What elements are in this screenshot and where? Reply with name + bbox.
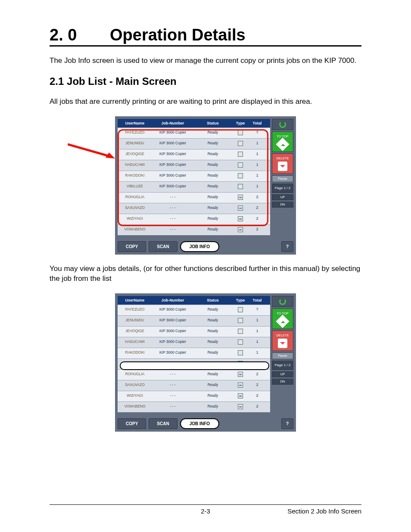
cell-jobnumber: KIP 3000 Copier xyxy=(152,348,193,358)
dn-button[interactable]: DN xyxy=(272,379,293,385)
help-button[interactable]: ? xyxy=(281,241,293,252)
cell-type xyxy=(232,391,249,401)
cell-total: 1 xyxy=(249,348,266,358)
up-button[interactable]: UP xyxy=(272,194,293,200)
col-status: Status xyxy=(193,119,232,128)
tab-scan[interactable]: SCAN xyxy=(149,241,177,252)
cell-total: 1 xyxy=(249,327,266,337)
table-row[interactable]: HADUCAWIKIP 3000 CopierReady1 xyxy=(118,337,270,348)
table-row[interactable]: JEVOQIGEKIP 3000 CopierReady1 xyxy=(118,326,270,337)
cell-type xyxy=(232,402,249,412)
table-row[interactable]: ROHUGLIA- - -Ready2 xyxy=(118,369,270,380)
cell-status: Ready xyxy=(193,160,232,171)
table-row[interactable]: RAKODOKIKIP 3000 CopierReady1 xyxy=(118,171,270,181)
cell-type xyxy=(232,327,249,337)
cell-jobnumber: - - - xyxy=(152,380,193,391)
delete-button[interactable]: DELETE xyxy=(272,330,293,351)
refresh-icon xyxy=(279,121,286,128)
tab-jobinfo-label: JOB INFO xyxy=(190,421,210,426)
cell-status: Ready xyxy=(193,327,232,337)
cell-jobnumber: KIP 3000 Copier xyxy=(152,149,193,160)
table-row[interactable]: SAXUVAZO- - -Ready2 xyxy=(118,203,270,214)
cell-jobnumber: KIP 3000 Copier xyxy=(152,316,193,326)
printer-icon xyxy=(238,404,243,409)
cell-username: VOMABENO xyxy=(118,225,152,235)
table-row[interactable]: VIBILUZEKIP 3000 CopierReady1 xyxy=(118,358,270,369)
dn-label: DN xyxy=(280,380,285,383)
to-top-button[interactable]: TO TOP xyxy=(272,308,293,329)
refresh-icon xyxy=(279,298,286,305)
delete-button[interactable]: DELETE xyxy=(272,153,293,174)
printer-icon xyxy=(238,195,243,200)
svg-marker-1 xyxy=(106,152,115,159)
table-row[interactable]: PAYEZUZOKIP 3000 CopierReady? xyxy=(118,305,270,315)
cell-username: RAKODOKI xyxy=(118,348,152,358)
refresh-button[interactable] xyxy=(272,296,293,307)
cell-username: HADUCAWI xyxy=(118,337,152,348)
refresh-button[interactable] xyxy=(272,119,293,130)
printer-icon xyxy=(238,205,243,211)
cell-username: VIBILUZE xyxy=(118,359,152,369)
tab-scan[interactable]: SCAN xyxy=(149,418,177,429)
section-label: Section 2 Job Info Screen xyxy=(287,507,361,515)
table-row[interactable]: WIZIYAGI- - -Ready2 xyxy=(118,391,270,401)
delete-icon xyxy=(278,339,287,348)
cell-total: 1 xyxy=(249,149,266,160)
table-row[interactable]: JENUNIDUKIP 3000 CopierReady1 xyxy=(118,138,270,149)
cell-total: 1 xyxy=(249,337,266,348)
table-row[interactable]: JEVOQIGEKIP 3000 CopierReady1 xyxy=(118,149,270,160)
cell-jobnumber: - - - xyxy=(152,370,193,380)
up-button[interactable]: UP xyxy=(272,371,293,377)
table-row[interactable]: VIBILUZEKIP 3000 CopierReady1 xyxy=(118,181,270,192)
select-paragraph: You may view a jobs details, (or for oth… xyxy=(50,264,361,284)
tab-jobinfo[interactable]: JOB INFO xyxy=(180,418,219,429)
table-row[interactable]: HADUCAWIKIP 3000 CopierReady1 xyxy=(118,160,270,171)
cell-jobnumber: - - - xyxy=(152,391,193,401)
document-icon xyxy=(238,350,243,355)
cell-total: ? xyxy=(249,305,266,315)
cell-status: Ready xyxy=(193,391,232,401)
cell-jobnumber: KIP 3000 Copier xyxy=(152,171,193,181)
tab-jobinfo[interactable]: JOB INFO xyxy=(180,241,219,252)
cell-total: 2 xyxy=(249,402,266,412)
table-row[interactable]: VOMABENO- - -Ready2 xyxy=(118,401,270,412)
pause-button[interactable]: Pause xyxy=(272,175,293,182)
cell-status: Ready xyxy=(193,359,232,369)
cell-jobnumber: - - - xyxy=(152,402,193,412)
pause-button[interactable]: Pause xyxy=(272,352,293,359)
tab-scan-label: SCAN xyxy=(157,421,169,426)
tab-copy[interactable]: COPY xyxy=(118,241,146,252)
page-number: 2-3 xyxy=(201,507,210,515)
col-jobnumber: Job-Number xyxy=(152,296,193,305)
table-row[interactable]: JENUNIDUKIP 3000 CopierReady1 xyxy=(118,315,270,326)
up-label: UP xyxy=(280,195,285,199)
cell-jobnumber: KIP 3000 Copier xyxy=(152,327,193,337)
dn-button[interactable]: DN xyxy=(272,202,293,208)
intro-paragraph: The Job Info screen is used to view or m… xyxy=(50,56,361,66)
tab-copy[interactable]: COPY xyxy=(118,418,146,429)
cell-username: PAYEZUZO xyxy=(118,128,152,138)
cell-total: 1 xyxy=(249,182,266,192)
cell-status: Ready xyxy=(193,193,232,203)
tab-jobinfo-label: JOB INFO xyxy=(190,244,210,249)
cell-username: JEVOQIGE xyxy=(118,149,152,160)
cell-type xyxy=(232,214,249,224)
to-top-button[interactable]: TO TOP xyxy=(272,131,293,152)
table-row[interactable]: PAYEZUZOKIP 3000 CopierReady? xyxy=(118,128,270,138)
help-button[interactable]: ? xyxy=(281,418,293,429)
table-row[interactable]: RAKODOKIKIP 3000 CopierReady1 xyxy=(118,348,270,358)
printer-icon xyxy=(238,227,243,232)
cell-type xyxy=(232,359,249,369)
table-row[interactable]: WIZIYAGI- - -Ready2 xyxy=(118,214,270,224)
to-top-icon xyxy=(276,314,289,328)
col-type: Type xyxy=(232,119,249,128)
cell-jobnumber: KIP 3000 Copier xyxy=(152,160,193,171)
table-row[interactable]: ROHUGLIA- - -Ready2 xyxy=(118,192,270,203)
table-row[interactable]: SAXUVAZO- - -Ready2 xyxy=(118,380,270,391)
table-row[interactable]: VOMABENO- - -Ready2 xyxy=(118,224,270,235)
cell-jobnumber: - - - xyxy=(152,214,193,224)
tab-copy-label: COPY xyxy=(126,421,138,426)
cell-username: VIBILUZE xyxy=(118,182,152,192)
cell-type xyxy=(232,139,249,149)
cell-status: Ready xyxy=(193,214,232,224)
